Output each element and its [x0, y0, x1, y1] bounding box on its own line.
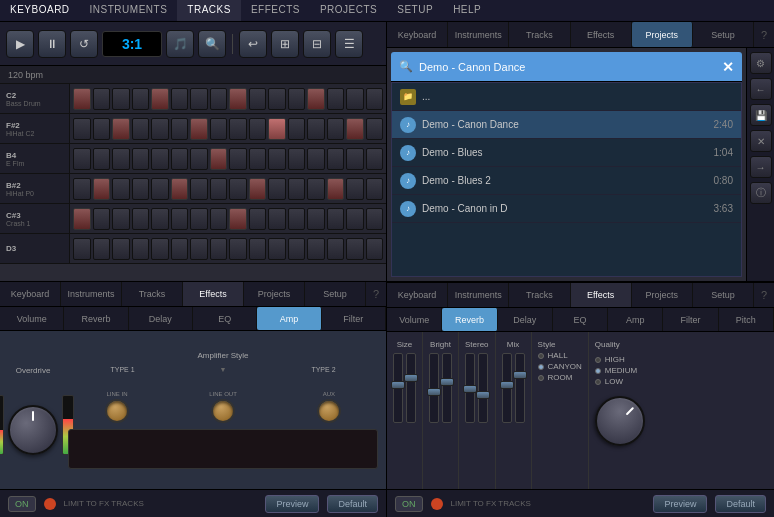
- beat-btn[interactable]: [73, 88, 91, 110]
- beat-btn[interactable]: [249, 118, 267, 140]
- sidebar-forward-btn[interactable]: →: [750, 156, 772, 178]
- beat-btn[interactable]: [112, 88, 130, 110]
- beat-btn[interactable]: [171, 148, 189, 170]
- beat-btn[interactable]: [151, 88, 169, 110]
- beat-btn[interactable]: [93, 238, 111, 260]
- beat-btn[interactable]: [229, 88, 247, 110]
- beat-btn[interactable]: [366, 88, 384, 110]
- slider-thumb[interactable]: [391, 381, 405, 389]
- beat-btn[interactable]: [171, 208, 189, 230]
- beat-btn[interactable]: [151, 208, 169, 230]
- beat-btn[interactable]: [249, 88, 267, 110]
- stereo-slider[interactable]: [465, 353, 475, 423]
- nav-tracks[interactable]: Tracks: [177, 0, 241, 21]
- beat-btn[interactable]: [249, 148, 267, 170]
- left-nav-setup[interactable]: Setup: [305, 282, 366, 306]
- beat-btn[interactable]: [132, 238, 150, 260]
- beat-btn[interactable]: [268, 238, 286, 260]
- search-clear-button[interactable]: ✕: [722, 59, 734, 75]
- reverb-tab-volume[interactable]: Volume: [387, 308, 442, 331]
- slider-thumb[interactable]: [476, 391, 490, 399]
- beat-btn[interactable]: [249, 208, 267, 230]
- right-nav-effects[interactable]: Effects: [571, 22, 632, 47]
- beat-btn[interactable]: [249, 238, 267, 260]
- beat-btn[interactable]: [307, 118, 325, 140]
- beat-btn[interactable]: [151, 178, 169, 200]
- slider-thumb[interactable]: [427, 388, 441, 396]
- beat-btn[interactable]: [190, 238, 208, 260]
- beat-btn[interactable]: [307, 88, 325, 110]
- bright-slider[interactable]: [429, 353, 439, 423]
- beat-btn[interactable]: [210, 118, 228, 140]
- beat-btn[interactable]: [210, 88, 228, 110]
- beat-btn[interactable]: [190, 178, 208, 200]
- beat-btn[interactable]: [327, 178, 345, 200]
- fx-tab-reverb[interactable]: Reverb: [64, 307, 128, 330]
- reverb-tab-amp[interactable]: Amp: [608, 308, 663, 331]
- beat-btn[interactable]: [288, 208, 306, 230]
- fx-tab-eq[interactable]: EQ: [193, 307, 257, 330]
- right-bottom-tracks[interactable]: Tracks: [509, 283, 570, 307]
- beat-btn[interactable]: [93, 148, 111, 170]
- list-item-blues2[interactable]: ♪ Demo - Blues 2 0:80: [392, 167, 741, 195]
- beat-btn[interactable]: [151, 238, 169, 260]
- jack-aux-connector[interactable]: [317, 399, 341, 423]
- beat-btn[interactable]: [151, 148, 169, 170]
- right-bottom-keyboard[interactable]: Keyboard: [387, 283, 448, 307]
- beat-btn[interactable]: [366, 238, 384, 260]
- beat-btn[interactable]: [229, 208, 247, 230]
- beat-btn[interactable]: [112, 118, 130, 140]
- beat-btn[interactable]: [73, 238, 91, 260]
- beat-btn[interactable]: [327, 118, 345, 140]
- bright-slider2[interactable]: [442, 353, 452, 423]
- beat-btn[interactable]: [307, 208, 325, 230]
- beat-btn[interactable]: [268, 88, 286, 110]
- nav-projects[interactable]: Projects: [310, 0, 387, 21]
- list-item-canond[interactable]: ♪ Demo - Canon in D 3:63: [392, 195, 741, 223]
- quality-radio-high[interactable]: [595, 357, 601, 363]
- beat-btn[interactable]: [112, 178, 130, 200]
- nav-effects[interactable]: Effects: [241, 0, 310, 21]
- reverb-tab-filter[interactable]: Filter: [663, 308, 718, 331]
- play-button[interactable]: ▶: [6, 30, 34, 58]
- right-default-button[interactable]: Default: [715, 495, 766, 513]
- left-nav-instruments[interactable]: Instruments: [61, 282, 122, 306]
- beat-btn[interactable]: [346, 88, 364, 110]
- beat-btn[interactable]: [268, 208, 286, 230]
- slider-thumb[interactable]: [404, 374, 418, 382]
- default-button[interactable]: Default: [327, 495, 378, 513]
- beat-btn[interactable]: [151, 118, 169, 140]
- slider-thumb[interactable]: [500, 381, 514, 389]
- beat-btn[interactable]: [327, 238, 345, 260]
- mix-slider2[interactable]: [515, 353, 525, 423]
- beat-btn[interactable]: [73, 148, 91, 170]
- quality-knob[interactable]: [584, 386, 655, 457]
- beat-btn[interactable]: [190, 148, 208, 170]
- beat-btn[interactable]: [210, 178, 228, 200]
- beat-btn[interactable]: [366, 148, 384, 170]
- beat-btn[interactable]: [132, 178, 150, 200]
- beat-btn[interactable]: [229, 118, 247, 140]
- slider-thumb[interactable]: [463, 385, 477, 393]
- mix-slider[interactable]: [502, 353, 512, 423]
- beat-btn[interactable]: [307, 148, 325, 170]
- reverb-tab-eq[interactable]: EQ: [553, 308, 608, 331]
- list-item-canon[interactable]: ♪ Demo - Canon Dance 2:40: [392, 111, 741, 139]
- beat-btn[interactable]: [73, 118, 91, 140]
- metronome-button[interactable]: 🎵: [166, 30, 194, 58]
- beat-btn[interactable]: [93, 178, 111, 200]
- slider-thumb[interactable]: [440, 378, 454, 386]
- overdrive-knob[interactable]: [8, 405, 58, 455]
- beat-btn[interactable]: [93, 88, 111, 110]
- beat-btn[interactable]: [132, 148, 150, 170]
- more-button[interactable]: ☰: [335, 30, 363, 58]
- beat-btn[interactable]: [268, 148, 286, 170]
- right-bottom-help-icon[interactable]: ?: [754, 289, 774, 301]
- style-radio-hall[interactable]: [538, 353, 544, 359]
- beat-btn[interactable]: [288, 88, 306, 110]
- beat-btn[interactable]: [366, 208, 384, 230]
- beat-btn[interactable]: [171, 118, 189, 140]
- beat-btn[interactable]: [190, 88, 208, 110]
- sidebar-back-btn[interactable]: ←: [750, 78, 772, 100]
- beat-btn[interactable]: [210, 208, 228, 230]
